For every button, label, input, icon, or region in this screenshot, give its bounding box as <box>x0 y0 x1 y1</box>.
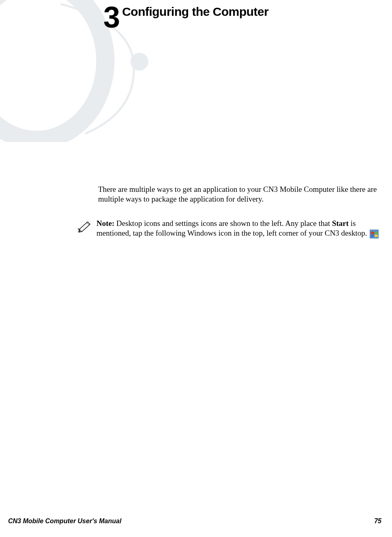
note-label: Note: <box>96 219 114 228</box>
chapter-title: Configuring the Computer <box>122 5 268 19</box>
svg-point-1 <box>131 53 148 71</box>
footer-manual-title: CN3 Mobile Computer User's Manual <box>8 518 121 525</box>
chapter-header: 3 Configuring the Computer <box>103 4 268 31</box>
svg-point-0 <box>0 0 105 140</box>
note-text-1: Desktop icons and settings icons are sho… <box>114 219 332 228</box>
footer-page-number: 75 <box>374 518 381 525</box>
note-bold-start: Start <box>332 219 349 228</box>
chapter-number: 3 <box>103 4 119 31</box>
note-text: Note: Desktop icons and settings icons a… <box>96 219 386 238</box>
page-footer: CN3 Mobile Computer User's Manual 75 <box>8 518 381 525</box>
note-pencil-icon <box>78 220 93 234</box>
windows-start-icon <box>370 230 379 238</box>
note-block: Note: Desktop icons and settings icons a… <box>78 219 386 238</box>
intro-paragraph: There are multiple ways to get an applic… <box>98 185 382 204</box>
